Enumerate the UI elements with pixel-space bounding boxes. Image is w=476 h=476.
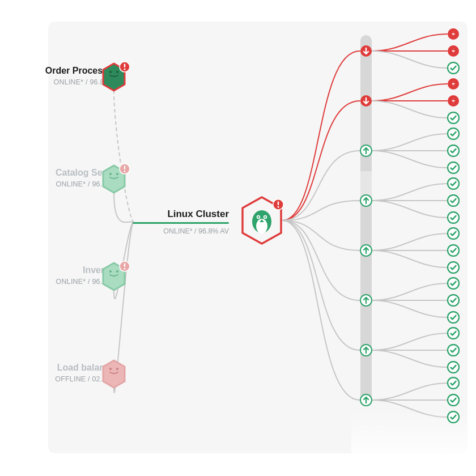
center-label: Linux Cluster ONLINE* / 96.8% AV [133,209,229,235]
check-icon[interactable] [447,177,460,190]
check-icon[interactable] [447,128,460,140]
svg-rect-10 [124,166,125,170]
hub-down-icon[interactable] [360,45,372,57]
svg-point-2 [116,71,118,73]
node-rail-thumb[interactable] [360,171,372,196]
check-icon[interactable] [447,211,460,224]
svg-point-13 [109,270,112,273]
svg-point-7 [109,173,112,175]
check-icon[interactable] [447,377,460,389]
check-icon[interactable] [447,244,460,257]
svg-point-8 [116,173,118,175]
check-icon[interactable] [447,344,460,356]
check-icon[interactable] [447,361,460,373]
hub-up-icon[interactable] [360,194,372,207]
svg-rect-16 [124,264,125,267]
service-node-load[interactable] [101,359,126,388]
svg-point-26 [258,216,260,218]
bolt-icon[interactable] [447,78,460,90]
check-icon[interactable] [447,194,460,207]
alert-icon [273,199,284,210]
check-icon[interactable] [447,227,460,240]
svg-point-14 [116,270,118,273]
svg-point-27 [265,216,266,218]
hub-up-icon[interactable] [360,294,372,307]
svg-point-1 [109,71,112,73]
check-icon[interactable] [447,162,460,174]
alert-icon [119,261,130,272]
center-node[interactable] [240,196,284,248]
check-icon[interactable] [447,327,460,339]
check-icon[interactable] [447,394,460,406]
check-icon[interactable] [447,261,460,274]
center-title: Linux Cluster [133,209,229,220]
svg-point-19 [109,368,112,370]
svg-point-31 [278,206,279,208]
svg-rect-4 [124,64,125,68]
hub-up-icon[interactable] [360,394,372,406]
hub-up-icon[interactable] [360,244,372,257]
bolt-icon[interactable] [447,28,460,40]
check-icon[interactable] [447,277,460,290]
bolt-icon[interactable] [447,95,460,107]
hub-up-icon[interactable] [360,344,372,356]
check-icon[interactable] [447,294,460,307]
svg-point-17 [124,268,126,270]
svg-point-5 [124,69,126,70]
hub-up-icon[interactable] [360,144,372,157]
hub-down-icon[interactable] [360,95,372,107]
svg-point-20 [116,368,118,370]
svg-rect-30 [278,202,279,206]
alert-icon [119,163,130,175]
center-status: ONLINE* / 96.8% AV [133,227,229,235]
alert-icon [119,61,130,73]
center-underline [133,222,229,224]
check-icon[interactable] [447,112,460,124]
check-icon[interactable] [447,62,460,74]
check-icon[interactable] [447,411,460,423]
check-icon[interactable] [447,311,460,324]
bolt-icon[interactable] [447,45,460,57]
svg-point-11 [124,171,126,172]
check-icon[interactable] [447,144,460,157]
